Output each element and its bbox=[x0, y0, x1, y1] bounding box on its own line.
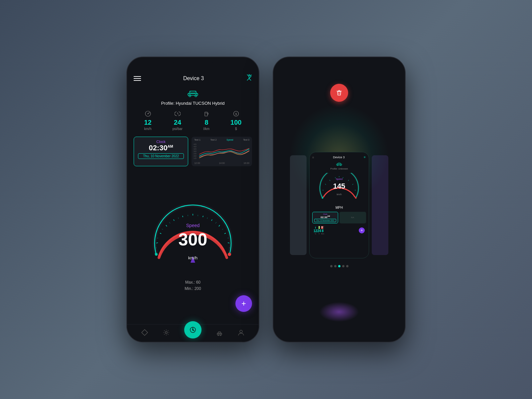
nav-diamond[interactable] bbox=[141, 329, 148, 338]
stat-speed-unit: km/h bbox=[144, 127, 152, 131]
right-dot-2[interactable] bbox=[334, 265, 336, 267]
right-phone-notch bbox=[319, 57, 359, 66]
stat-fuel-value: 8 bbox=[204, 119, 208, 126]
mini-stat-val-2: 24 bbox=[317, 229, 321, 233]
clock-time: 02:30AM bbox=[138, 144, 184, 152]
stat-pressure-unit: psi/bar bbox=[173, 127, 183, 131]
mini-profile-text: Profile: Unknown bbox=[312, 168, 366, 170]
menu-icon[interactable] bbox=[134, 76, 141, 81]
stat-fuel: 8 l/km bbox=[203, 111, 209, 131]
bottom-nav bbox=[127, 324, 259, 342]
stats-row: 12 km/h 24 psi/bar bbox=[134, 111, 252, 131]
svg-rect-7 bbox=[205, 112, 207, 116]
mini-add-button[interactable]: + bbox=[359, 227, 365, 233]
svg-line-21 bbox=[228, 243, 229, 243]
svg-line-57 bbox=[343, 177, 343, 178]
pressure-icon bbox=[175, 111, 181, 118]
mini-phone-preview: ≡ Device 3 ✳ Profile: Unknown bbox=[309, 152, 369, 258]
header-bar: Device 3 bbox=[134, 70, 252, 86]
left-phone: Device 3 bbox=[126, 57, 259, 342]
svg-point-43 bbox=[218, 334, 219, 335]
mini-stat-3: ⛽ 8 l/km bbox=[321, 226, 324, 235]
max-min-text: Max.: 60 Min.: 200 bbox=[185, 279, 201, 292]
right-dot-4[interactable] bbox=[342, 265, 344, 267]
chart-title: Speed bbox=[226, 139, 233, 141]
svg-line-18 bbox=[211, 219, 212, 221]
svg-point-0 bbox=[250, 74, 252, 76]
svg-line-55 bbox=[335, 177, 335, 178]
svg-marker-38 bbox=[142, 330, 148, 335]
svg-line-54 bbox=[330, 180, 330, 181]
nav-car[interactable] bbox=[216, 329, 223, 338]
mini-speedometer: Speed 145 km/h bbox=[312, 171, 366, 204]
clock-label: Clock bbox=[138, 140, 184, 144]
speed-icon bbox=[145, 111, 151, 118]
speedometer-wrapper: Speed 300 km/h bbox=[146, 204, 239, 278]
stat-speed: 12 km/h bbox=[144, 111, 152, 131]
mini-clock-row: Clock 02:30AM Thu, 10 November 2022 N.A. bbox=[312, 212, 366, 224]
svg-line-32 bbox=[222, 229, 223, 230]
chart-legend-2: Text 2 bbox=[210, 139, 217, 141]
bluetooth-icon[interactable] bbox=[246, 74, 252, 83]
mini-fuel-icon: ⛽ bbox=[321, 226, 324, 229]
mini-car-icon bbox=[312, 161, 366, 167]
chart-legend-3: Text 3 bbox=[243, 139, 249, 141]
svg-point-49 bbox=[322, 197, 324, 199]
right-dot-5[interactable] bbox=[346, 265, 348, 267]
mini-other-box: N.A. bbox=[339, 212, 366, 224]
clock-date: Thu, 10 November 2022 bbox=[138, 153, 184, 159]
svg-point-50 bbox=[355, 197, 357, 199]
mini-clock-time: 02:30AM bbox=[314, 215, 336, 219]
svg-line-30 bbox=[207, 217, 207, 219]
svg-point-2 bbox=[189, 95, 191, 97]
svg-line-15 bbox=[183, 216, 183, 217]
svg-line-19 bbox=[219, 225, 220, 226]
nav-settings[interactable] bbox=[163, 329, 170, 338]
mini-stat-1: 🌡 12 °C bbox=[314, 226, 317, 235]
svg-line-59 bbox=[352, 184, 353, 185]
profile-text: Profile: Hyundai TUCSON Hybrid bbox=[161, 101, 224, 106]
svg-point-35 bbox=[155, 253, 158, 256]
svg-line-13 bbox=[166, 225, 167, 226]
device-title: Device 3 bbox=[183, 75, 204, 81]
svg-point-6 bbox=[147, 113, 148, 114]
svg-line-27 bbox=[178, 217, 179, 219]
svg-line-25 bbox=[162, 229, 163, 230]
svg-text:$: $ bbox=[235, 112, 237, 116]
mini-stat-val-3: 8 bbox=[322, 229, 324, 233]
svg-point-39 bbox=[165, 332, 167, 333]
mini-device-title: Device 3 bbox=[333, 156, 344, 159]
stat-speed-value: 12 bbox=[144, 119, 152, 126]
nav-center-button[interactable] bbox=[184, 321, 201, 338]
stat-cost-value: 100 bbox=[230, 119, 241, 126]
chart-legend-1: Text 1 bbox=[194, 139, 200, 141]
add-button[interactable]: + bbox=[235, 295, 252, 312]
svg-line-12 bbox=[160, 233, 161, 234]
svg-point-44 bbox=[220, 334, 221, 335]
svg-line-20 bbox=[224, 233, 226, 234]
mini-clock-date: Thu, 10 November 2022 bbox=[314, 219, 336, 222]
mini-stat-2: 🔋 24 V bbox=[317, 226, 321, 235]
mini-clock-box: Clock 02:30AM Thu, 10 November 2022 bbox=[312, 212, 338, 224]
mini-stat-unit-2: V bbox=[319, 233, 320, 235]
mini-phone-carousel: ≡ Device 3 ✳ Profile: Unknown bbox=[290, 152, 388, 258]
mini-stat-unit-1: °C bbox=[315, 233, 317, 235]
mini-temp-icon: 🌡 bbox=[314, 226, 317, 229]
mini-stat-val-1: 12 bbox=[314, 229, 317, 233]
speed-value: 300 bbox=[179, 229, 207, 249]
side-panel-left bbox=[290, 155, 307, 255]
svg-line-17 bbox=[203, 216, 203, 217]
right-dot-3[interactable] bbox=[338, 265, 340, 267]
mini-header: ≡ Device 3 ✳ bbox=[312, 156, 366, 159]
right-dot-1[interactable] bbox=[330, 265, 332, 267]
mini-menu-icon: ≡ bbox=[312, 156, 314, 159]
mini-speed-unit: km/h bbox=[336, 193, 341, 196]
fuel-icon bbox=[203, 111, 209, 118]
nav-profile[interactable] bbox=[237, 329, 245, 338]
speed-unit: km/h bbox=[188, 255, 198, 260]
right-page-dots bbox=[330, 265, 348, 267]
delete-button[interactable] bbox=[330, 84, 348, 102]
mini-mph-label: MPH bbox=[312, 206, 366, 209]
svg-line-11 bbox=[156, 243, 158, 243]
chart-box: Text 1 Text 2 Speed Text 3 4.54.03.53.02… bbox=[192, 137, 252, 166]
